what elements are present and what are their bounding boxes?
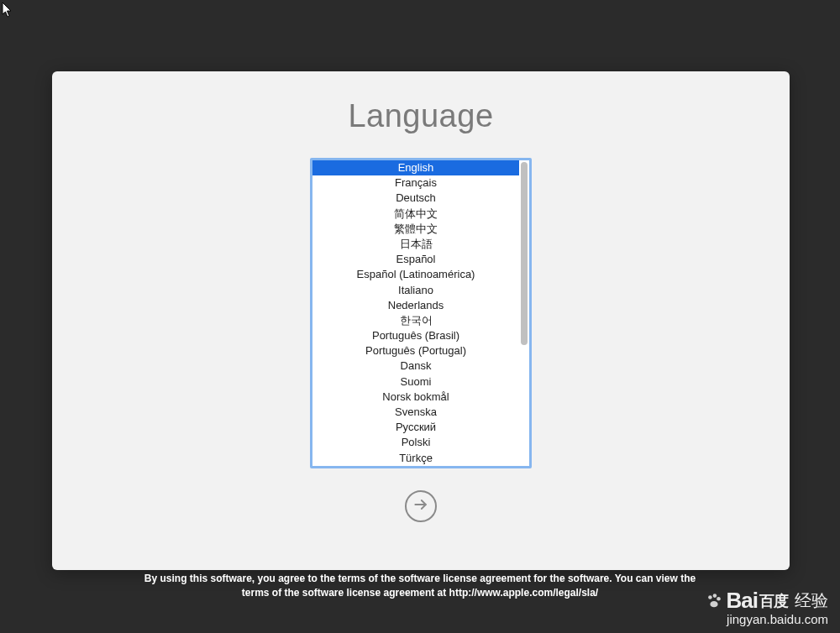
watermark-brand-cn: 百度 [759, 593, 788, 609]
svg-point-3 [717, 596, 721, 600]
language-option[interactable]: 日本語 [312, 237, 519, 252]
language-option[interactable]: 繁體中文 [312, 222, 519, 237]
watermark: Bai百度 经验 jingyan.baidu.com [705, 588, 828, 626]
scrollbar-thumb[interactable] [521, 162, 528, 345]
svg-point-4 [710, 601, 717, 607]
next-button[interactable] [405, 490, 437, 522]
language-listbox[interactable]: EnglishFrançaisDeutsch简体中文繁體中文日本語Español… [310, 158, 532, 468]
language-list[interactable]: EnglishFrançaisDeutsch简体中文繁體中文日本語Español… [312, 160, 519, 466]
language-option[interactable]: Italiano [312, 283, 519, 298]
language-option[interactable]: 简体中文 [312, 207, 519, 222]
language-option[interactable]: Español [312, 252, 519, 267]
language-option[interactable]: Suomi [312, 374, 519, 390]
svg-point-2 [712, 594, 717, 598]
page-title: Language [348, 98, 493, 134]
language-option[interactable]: Português (Brasil) [312, 328, 519, 343]
arrow-right-icon [412, 496, 429, 516]
language-option[interactable]: Español (Latinoamérica) [312, 267, 519, 282]
language-option[interactable]: Norsk bokmål [312, 390, 519, 405]
language-option[interactable]: English [312, 160, 519, 175]
mouse-cursor [2, 2, 13, 18]
svg-point-1 [708, 595, 712, 599]
watermark-brand-latin: Bai [727, 588, 758, 613]
language-option[interactable]: 한국어 [312, 313, 519, 328]
language-option[interactable]: Nederlands [312, 298, 519, 313]
language-option[interactable]: Русский [312, 420, 519, 435]
language-option[interactable]: Deutsch [312, 191, 519, 206]
paw-icon [705, 592, 723, 610]
setup-panel: Language EnglishFrançaisDeutsch简体中文繁體中文日… [52, 71, 790, 570]
watermark-suffix: 经验 [795, 589, 828, 612]
scrollbar-track[interactable] [519, 160, 529, 466]
language-option[interactable]: Français [312, 175, 519, 191]
language-option[interactable]: Türkçe [312, 451, 519, 466]
watermark-url: jingyan.baidu.com [705, 612, 828, 626]
language-option[interactable]: Português (Portugal) [312, 343, 519, 358]
language-option[interactable]: Polski [312, 435, 519, 450]
language-option[interactable]: Dansk [312, 358, 519, 374]
language-option[interactable]: Svenska [312, 405, 519, 420]
